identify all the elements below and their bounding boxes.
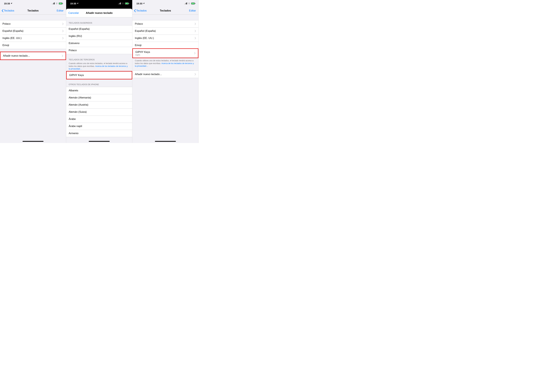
battery-charging-icon	[191, 2, 195, 5]
keyboard-row[interactable]: Español (España)	[132, 27, 198, 35]
row-label: Español (España)	[135, 30, 156, 32]
add-keyboard-row[interactable]: Añadir nuevo teclado...	[132, 71, 198, 78]
suggested-keyboards-group: Español (España) Inglés (RU) Esloveno Po…	[66, 25, 132, 54]
svg-rect-19	[195, 3, 195, 4]
svg-rect-10	[120, 2, 121, 4]
row-label: Añadir nuevo teclado...	[3, 54, 30, 57]
highlight-giphy: GIPHY Keys	[66, 71, 132, 79]
row-label: Árabe	[69, 118, 76, 121]
giphy-keyboard-row[interactable]: GIPHY Keys	[67, 72, 132, 79]
keyboard-option-row[interactable]: Polaco	[66, 47, 132, 54]
svg-rect-9	[120, 3, 120, 4]
chevron-right-icon	[195, 23, 196, 25]
section-header-thirdparty: TECLADOS DE TERCEROS	[66, 54, 132, 62]
keyboard-row[interactable]: Polaco	[0, 20, 66, 27]
screen-keyboards-list-after: 15:33 Teclados Teclados Editar Po	[132, 0, 198, 143]
section-header-suggested: TECLADOS SUGERIDOS	[66, 17, 132, 25]
keyboard-option-row[interactable]: Esloveno	[66, 40, 132, 47]
row-label: Armenio	[69, 132, 78, 135]
chevron-right-icon	[195, 73, 196, 75]
row-label: Árabe najdí	[69, 125, 82, 128]
status-time: 15:33	[136, 2, 142, 5]
add-keyboard-row[interactable]: Añadir nuevo teclado...	[0, 52, 66, 59]
location-icon	[77, 2, 79, 4]
status-bar: 15:33	[132, 0, 198, 7]
keyboard-option-row[interactable]: Armenio	[66, 130, 132, 137]
keyboard-row[interactable]: Emoji	[0, 42, 66, 49]
thirdparty-footer-note: Cuando utilices uno de estos teclados, e…	[132, 58, 198, 71]
row-label: Alemán (Alemania)	[69, 96, 91, 99]
cellular-icon	[184, 2, 187, 4]
row-label: Albanés	[69, 89, 78, 92]
cancel-button[interactable]: Cancelar	[68, 12, 79, 15]
row-label: Polaco	[2, 22, 11, 25]
row-label: Inglés (EE. UU.)	[2, 37, 22, 40]
row-label: GIPHY Keys	[69, 74, 84, 77]
keyboard-row[interactable]: Emoji	[132, 42, 198, 49]
keyboard-option-row[interactable]: Alemán (Suiza)	[66, 108, 132, 116]
status-bar: 15:33	[0, 0, 66, 7]
keyboard-option-row[interactable]: Árabe najdí	[66, 123, 132, 130]
keyboard-option-row[interactable]: Inglés (RU)	[66, 32, 132, 40]
keyboards-group: Polaco Español (España) Inglés (EE. UU.)…	[0, 20, 66, 49]
row-label: Alemán (Austria)	[69, 103, 88, 106]
svg-rect-3	[54, 2, 55, 4]
highlight-add-keyboard: Añadir nuevo teclado...	[0, 52, 66, 60]
row-label: Inglés (EE. UU.)	[135, 37, 154, 40]
keyboard-row[interactable]: Español (España)	[0, 27, 66, 35]
keyboard-option-row[interactable]: Albanés	[66, 87, 132, 94]
status-bar: 15:33	[66, 0, 132, 7]
svg-rect-17	[187, 2, 187, 4]
keyboard-row[interactable]: Polaco	[132, 20, 198, 27]
row-label: Polaco	[69, 49, 77, 52]
battery-charging-icon	[125, 2, 129, 5]
giphy-keyboard-row[interactable]: GIPHY Keys inglés	[133, 49, 198, 57]
row-label: Español (España)	[69, 27, 90, 31]
location-icon	[11, 2, 12, 4]
status-time: 15:33	[4, 2, 10, 5]
modal-sheet: Cancelar Añadir nuevo teclado TECLADOS S…	[66, 9, 132, 143]
chevron-right-icon	[62, 37, 63, 39]
nav-bar: Teclados Teclados Editar	[0, 7, 66, 15]
thirdparty-description: Cuando utilices uno de estos teclados, e…	[66, 62, 132, 71]
screen-add-keyboard-modal: 15:33 Cancelar Añadir nuevo t	[66, 0, 132, 143]
keyboard-row[interactable]: Inglés (EE. UU.)	[132, 35, 198, 42]
chevron-right-icon	[194, 52, 195, 54]
home-indicator[interactable]	[155, 141, 176, 142]
row-label: Añadir nuevo teclado...	[135, 73, 162, 76]
svg-rect-5	[63, 3, 63, 4]
edit-button[interactable]: Editar	[57, 9, 64, 12]
location-icon	[143, 2, 145, 4]
wifi-icon	[188, 2, 190, 4]
back-label: Teclados	[4, 9, 14, 12]
svg-rect-1	[53, 3, 53, 4]
wifi-icon	[56, 2, 58, 4]
status-time: 15:33	[70, 2, 76, 5]
back-button[interactable]: Teclados	[134, 9, 147, 12]
sheet-nav-bar: Cancelar Añadir nuevo teclado	[66, 9, 132, 17]
row-label: Alemán (Suiza)	[69, 110, 87, 113]
keyboard-row[interactable]: Inglés (EE. UU.)	[0, 35, 66, 42]
keyboard-option-row[interactable]: Alemán (Austria)	[66, 101, 132, 108]
section-header-other: OTROS TECLADOS DE IPHONE	[66, 79, 132, 87]
chevron-right-icon	[62, 55, 63, 57]
row-label: GIPHY Keys	[135, 50, 150, 54]
wifi-icon	[122, 2, 124, 4]
row-label: Español (España)	[2, 30, 23, 32]
battery-charging-icon	[59, 2, 63, 5]
row-label: Emoji	[2, 44, 9, 47]
keyboard-option-row[interactable]: Alemán (Alemania)	[66, 94, 132, 101]
svg-rect-12	[129, 3, 129, 4]
home-indicator[interactable]	[89, 141, 110, 142]
back-button[interactable]: Teclados	[1, 9, 14, 12]
edit-button[interactable]: Editar	[189, 9, 197, 12]
row-label: Emoji	[135, 44, 142, 47]
keyboard-option-row[interactable]: Español (España)	[66, 25, 132, 32]
keyboard-option-row[interactable]: Árabe	[66, 116, 132, 123]
page-title: Teclados	[27, 9, 39, 12]
home-indicator[interactable]	[23, 141, 43, 142]
page-title: Teclados	[160, 9, 171, 12]
chevron-right-icon	[62, 23, 63, 25]
svg-rect-14	[184, 4, 185, 4]
highlight-giphy-installed: GIPHY Keys inglés	[132, 48, 198, 58]
